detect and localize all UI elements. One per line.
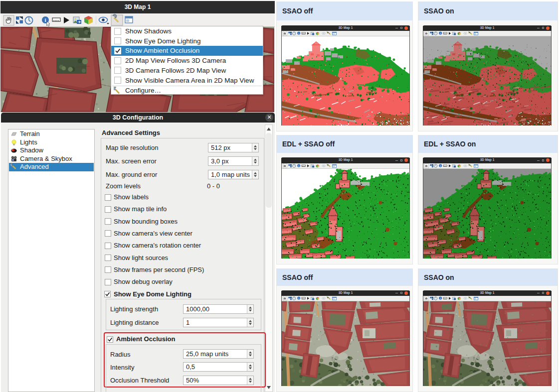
svg-text:i: i bbox=[44, 17, 46, 23]
